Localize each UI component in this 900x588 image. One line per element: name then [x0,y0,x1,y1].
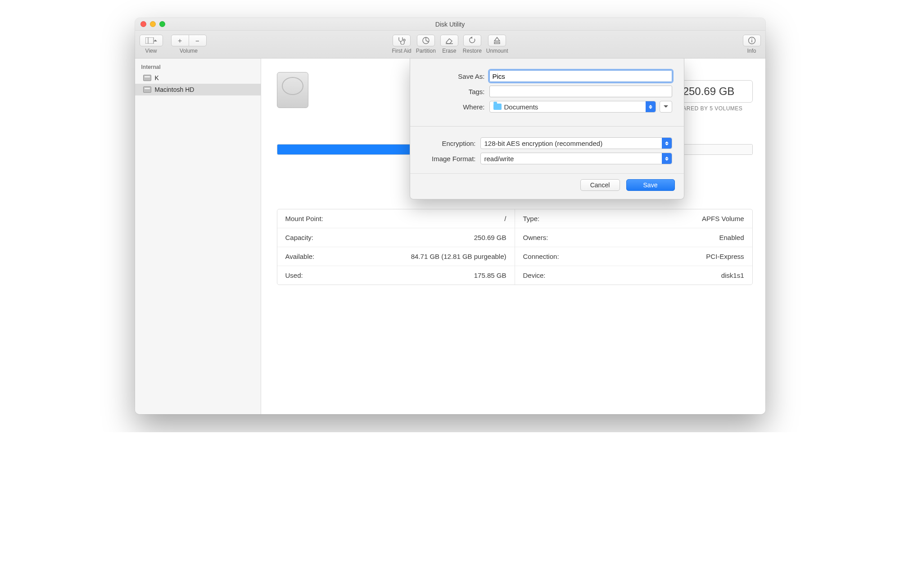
detail-row: Used:175.85 GB [277,266,515,285]
first-aid-button[interactable] [393,35,411,46]
restore-label: Restore [463,48,482,54]
sidebar-item-label: Macintosh HD [155,86,194,93]
toolbar: View ＋ − Volume First Aid Partition [135,31,765,59]
sidebar-section-internal: Internal [135,62,261,72]
view-label: View [145,48,157,54]
detail-row: Connection:PCI-Express [515,247,752,266]
info-icon [748,36,756,45]
detail-row: Type:APFS Volume [515,209,752,228]
stethoscope-icon [397,36,406,45]
encryption-select[interactable]: 128-bit AES encryption (recommended) [480,137,672,149]
remove-volume-button[interactable]: − [189,35,207,46]
eraser-icon [445,37,454,44]
where-value: Documents [504,103,538,111]
sidebar-icon [145,37,157,44]
tags-input[interactable] [489,86,672,97]
partition-label: Partition [416,48,436,54]
encryption-value: 128-bit AES encryption (recommended) [484,140,603,147]
disk-icon [143,75,151,81]
sidebar-item-macintosh-hd[interactable]: Macintosh HD [135,84,261,95]
main-panel: 250.69 GB SHARED BY 5 VOLUMES Free 71.9 … [261,59,765,414]
svg-point-7 [751,39,752,40]
plus-icon: ＋ [176,36,183,45]
detail-row: Owners:Enabled [515,228,752,247]
detail-row: Device:disk1s1 [515,266,752,285]
updown-icon [662,138,672,149]
hard-drive-icon [277,72,308,108]
save-button[interactable]: Save [626,179,675,191]
updown-icon [646,101,656,112]
image-format-value: read/write [484,155,514,163]
image-format-label: Image Format: [422,155,480,163]
sidebar-item-k[interactable]: K [135,72,261,84]
volume-label: Volume [180,48,198,54]
updown-icon [662,153,672,164]
saveas-label: Save As: [422,72,489,80]
cancel-button[interactable]: Cancel [580,179,620,191]
image-format-select[interactable]: read/write [480,153,672,164]
sidebar-item-label: K [155,74,159,81]
add-volume-button[interactable]: ＋ [171,35,189,46]
save-sheet: Save As: Tags: Where: Documents [410,59,684,199]
detail-row: Capacity:250.69 GB [277,228,515,247]
folder-icon [493,104,502,110]
where-label: Where: [422,103,489,111]
window-title: Disk Utility [135,21,765,28]
view-button[interactable] [140,35,163,46]
disk-utility-window: Disk Utility View ＋ − Volume [135,18,765,414]
unmount-label: Unmount [486,48,508,54]
erase-button[interactable] [440,35,458,46]
pie-icon [422,36,430,45]
detail-row: Mount Point:/ [277,209,515,228]
where-select[interactable]: Documents [489,101,656,113]
minus-icon: − [195,37,199,45]
details-table: Mount Point:/ Capacity:250.69 GB Availab… [277,209,753,285]
eject-icon [493,36,501,45]
info-label: Info [747,48,756,54]
tags-label: Tags: [422,88,489,95]
encryption-label: Encryption: [422,140,480,147]
detail-row: Available:84.71 GB (12.81 GB purgeable) [277,247,515,266]
svg-rect-5 [494,42,500,44]
disk-icon [143,86,151,93]
saveas-input[interactable] [489,70,672,82]
svg-point-2 [403,39,405,41]
sidebar: Internal K Macintosh HD [135,59,261,414]
first-aid-label: First Aid [392,48,411,54]
unmount-button[interactable] [488,35,506,46]
titlebar: Disk Utility [135,18,765,31]
restore-icon [468,36,476,45]
expand-save-dialog-button[interactable] [660,101,672,113]
restore-button[interactable] [463,35,481,46]
svg-rect-0 [145,37,154,44]
info-button[interactable] [743,35,761,46]
partition-button[interactable] [417,35,435,46]
erase-label: Erase [442,48,456,54]
